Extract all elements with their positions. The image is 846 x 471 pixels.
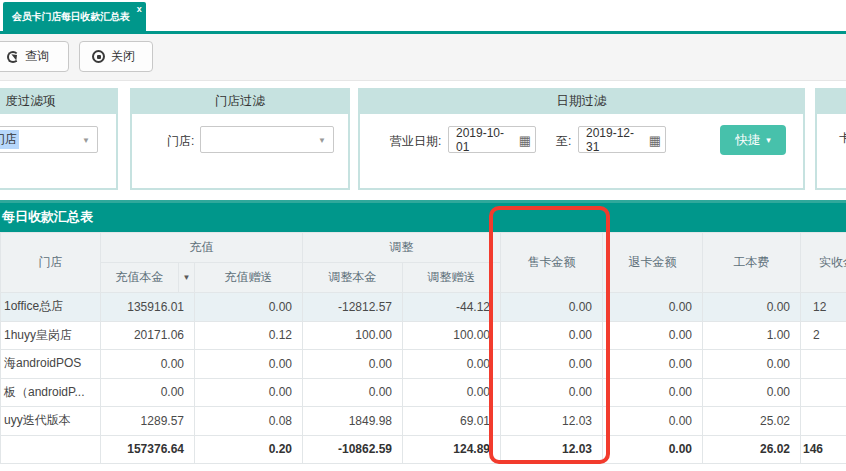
start-date-input[interactable]: 2019-10-01 ▦ [448, 126, 536, 153]
total-cell-clipped: 146 [801, 435, 846, 464]
cell: 0.12 [195, 321, 303, 350]
chevron-down-icon: ▼ [318, 135, 326, 144]
chevron-down-icon: ▼ [82, 135, 90, 144]
col-actual-received[interactable]: 实收金额 [801, 233, 846, 293]
calendar-icon[interactable]: ▦ [649, 133, 661, 146]
cell: 100.00 [303, 321, 403, 350]
cell: 0.00 [603, 293, 703, 322]
table-row[interactable]: 1office总店 135916.01 0.00 -12812.57 -44.1… [1, 293, 846, 322]
report-section-title: 每日收款汇总表 [0, 200, 846, 232]
col-card-refund[interactable]: 退卡金额 [603, 233, 703, 293]
col-adjust-gift[interactable]: 调整赠送 [403, 263, 501, 293]
total-cell: 26.02 [703, 435, 801, 464]
total-cell: 12.03 [501, 435, 603, 464]
table-header: 门店 充值 调整 售卡金额 退卡金额 工本费 实收金额 充值本金 ▼ 充值赠送 … [1, 233, 846, 293]
cell: 20171.06 [101, 321, 195, 350]
right-filter-title [817, 90, 846, 114]
cell: 69.01 [403, 407, 501, 436]
to-label: 至: [556, 133, 571, 150]
quick-date-button[interactable]: 快捷 ▾ [720, 125, 786, 155]
dimension-selected-value: 门店 [0, 130, 19, 149]
business-date-label: 营业日期: [390, 133, 441, 150]
cell: 0.00 [603, 321, 703, 350]
cell: 0.00 [195, 378, 303, 407]
col-recharge-principal[interactable]: 充值本金 [101, 263, 179, 293]
cell: 1.00 [703, 321, 801, 350]
cell: 0.00 [501, 321, 603, 350]
dimension-filter-title: 度过滤项 [0, 90, 116, 114]
close-button[interactable]: 关闭 [79, 41, 153, 72]
cell: 0.00 [303, 378, 403, 407]
total-cell: 157376.64 [101, 435, 195, 464]
toolbar: 查询 关闭 [0, 34, 846, 81]
col-store[interactable]: 门店 [1, 233, 101, 293]
right-panel-partial-label: 卡 [839, 130, 846, 147]
cell: 0.00 [303, 350, 403, 379]
cell-clipped: 12 [801, 293, 846, 322]
summary-table: 门店 充值 调整 售卡金额 退卡金额 工本费 实收金额 充值本金 ▼ 充值赠送 … [0, 232, 846, 464]
date-filter-panel: 日期过滤 营业日期: 2019-10-01 ▦ 至: 2019-12-31 ▦ … [358, 88, 805, 190]
tab-title: 会员卡门店每日收款汇总表 [12, 11, 130, 22]
store-name: 1huyy皇岗店 [1, 321, 101, 350]
table-row[interactable]: uyy迭代版本 1289.57 0.08 1849.98 69.01 12.03… [1, 407, 846, 436]
close-circle-icon [92, 50, 105, 63]
cell: 0.00 [403, 378, 501, 407]
store-name: 1office总店 [1, 293, 101, 322]
table-row[interactable]: 板（androidP... 0.00 0.00 0.00 0.00 0.00 0… [1, 378, 846, 407]
store-filter-panel: 门店过滤 门店: ▼ [130, 88, 350, 190]
store-name: 板（androidP... [1, 378, 101, 407]
date-filter-title: 日期过滤 [360, 90, 803, 114]
store-label: 门店: [167, 133, 194, 150]
cell: 0.00 [501, 378, 603, 407]
refresh-icon [7, 51, 19, 63]
quick-button-label: 快捷 [735, 132, 760, 149]
cell-clipped [801, 407, 846, 436]
tab-report[interactable]: 会员卡门店每日收款汇总表 x [3, 2, 146, 31]
cell: -44.12 [403, 293, 501, 322]
cell: 0.08 [195, 407, 303, 436]
cell-clipped [801, 378, 846, 407]
cell: 1289.57 [101, 407, 195, 436]
start-date-value: 2019-10-01 [456, 126, 513, 154]
close-button-label: 关闭 [111, 48, 135, 65]
colgroup-recharge: 充值 [101, 233, 303, 263]
tab-close-icon[interactable]: x [137, 4, 142, 14]
table-row[interactable]: 海androidPOS 0.00 0.00 0.00 0.00 0.00 0.0… [1, 350, 846, 379]
cell: 0.00 [101, 350, 195, 379]
cell: 12.03 [501, 407, 603, 436]
query-button-label: 查询 [25, 48, 49, 65]
cell: 0.00 [703, 350, 801, 379]
cell: 0.00 [703, 378, 801, 407]
cell: 0.00 [195, 350, 303, 379]
cell: 0.00 [501, 350, 603, 379]
store-name: uyy迭代版本 [1, 407, 101, 436]
store-select[interactable]: ▼ [200, 126, 334, 153]
cell: 0.00 [195, 293, 303, 322]
col-card-sale[interactable]: 售卡金额 [501, 233, 603, 293]
end-date-input[interactable]: 2019-12-31 ▦ [578, 126, 666, 153]
cell: 100.00 [403, 321, 501, 350]
right-filter-panel: 卡 [815, 88, 846, 190]
total-cell: -10862.59 [303, 435, 403, 464]
total-cell: 0.00 [603, 435, 703, 464]
col-recharge-gift[interactable]: 充值赠送 [195, 263, 303, 293]
query-button[interactable]: 查询 [0, 41, 69, 72]
total-cell: 0.20 [195, 435, 303, 464]
dimension-filter-panel: 度过滤项 门店 ▼ [0, 88, 118, 190]
dimension-select[interactable]: 门店 ▼ [0, 126, 98, 153]
sort-caret-icon[interactable]: ▼ [179, 263, 195, 293]
report-section: 每日收款汇总表 门店 充值 调整 售卡金额 退卡金额 工本费 实收金额 充值本金 [0, 200, 846, 464]
col-adjust-principal[interactable]: 调整本金 [303, 263, 403, 293]
cell: 0.00 [703, 293, 801, 322]
caret-down-icon: ▾ [766, 135, 771, 145]
store-name: 海androidPOS [1, 350, 101, 379]
col-cost-fee[interactable]: 工本费 [703, 233, 801, 293]
total-cell: 124.89 [403, 435, 501, 464]
store-filter-title: 门店过滤 [132, 90, 348, 114]
cell-clipped: 2 [801, 321, 846, 350]
end-date-value: 2019-12-31 [586, 126, 643, 154]
cell: 1849.98 [303, 407, 403, 436]
app-window: 会员卡门店每日收款汇总表 x 查询 关闭 度过滤项 门店 ▼ 门店过滤 门店: … [0, 0, 846, 471]
calendar-icon[interactable]: ▦ [519, 133, 531, 146]
table-row[interactable]: 1huyy皇岗店 20171.06 0.12 100.00 100.00 0.0… [1, 321, 846, 350]
